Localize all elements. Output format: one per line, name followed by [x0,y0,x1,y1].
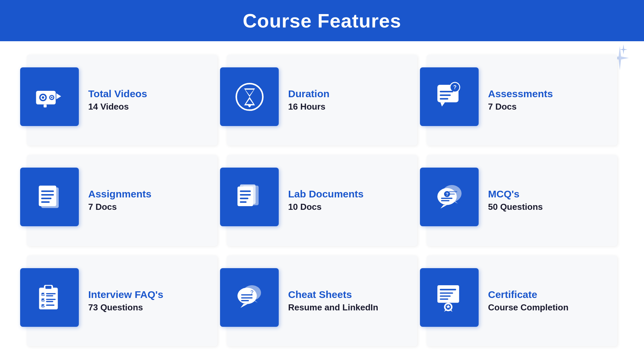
card-cheat-sheets-subtitle: Resume and LinkedIn [288,302,407,313]
card-cheat-sheets: ? Cheat Sheets Resume and LinkedIn [227,255,417,346]
card-assignments-title: Assignments [88,188,207,200]
svg-rect-38 [441,198,452,199]
card-certificate-text: Certificate Course Completion [488,289,607,313]
svg-marker-59 [240,304,248,308]
svg-rect-64 [440,296,450,297]
svg-rect-31 [240,201,247,203]
lab-icon-box [220,168,279,226]
svg-rect-15 [440,91,453,93]
svg-rect-44 [45,286,51,289]
card-certificate-subtitle: Course Completion [488,302,607,313]
svg-rect-50 [46,301,53,302]
card-assessments: ? Assessments 7 Docs [427,55,617,145]
svg-marker-18 [440,102,445,107]
page-wrapper: Course Features [0,0,644,356]
svg-rect-47 [46,295,53,297]
card-assessments-title: Assessments [488,88,607,100]
svg-text:?: ? [445,192,448,197]
card-assignments-subtitle: 7 Docs [88,202,207,212]
svg-rect-39 [441,200,449,201]
card-duration-title: Duration [288,88,407,100]
certificate-icon-box [420,268,479,327]
card-interview-faqs-subtitle: 73 Questions [88,302,207,313]
svg-rect-49 [46,299,56,300]
video-icon [35,82,65,112]
card-mcqs-text: MCQ's 50 Questions [488,188,607,212]
timer-icon [234,82,265,112]
card-interview-faqs-text: Interview FAQ's 73 Questions [88,289,207,313]
svg-rect-28 [240,190,251,192]
card-total-videos-text: Total Videos 14 Videos [88,88,207,112]
svg-rect-46 [46,293,56,295]
svg-point-54 [237,288,257,304]
card-duration: Duration 16 Hours [227,55,417,145]
timer-icon-box [220,67,279,126]
assessment-icon: ? [434,82,465,112]
assignment-icon [35,182,65,212]
card-assignments: Assignments 7 Docs [27,155,217,246]
card-assignments-text: Assignments 7 Docs [88,188,207,212]
card-total-videos-subtitle: 14 Videos [88,102,207,112]
card-certificate: Certificate Course Completion [427,255,617,346]
svg-rect-20 [39,186,56,206]
svg-rect-52 [46,305,54,306]
main-content: Total Videos 14 Videos [0,41,644,356]
card-lab-documents-text: Lab Documents 10 Docs [288,188,407,212]
card-mcqs: ? MCQ's 50 Questions [427,155,617,246]
svg-point-3 [42,96,44,99]
card-interview-faqs-title: Interview FAQ's [88,289,207,300]
card-interview-faqs: Interview FAQ's 73 Questions [27,255,217,346]
svg-rect-22 [41,194,54,196]
svg-rect-16 [440,94,450,96]
card-total-videos-title: Total Videos [88,88,207,100]
svg-marker-8 [56,93,61,99]
card-total-videos: Total Videos 14 Videos [27,55,217,145]
assessment-icon-box: ? [420,67,479,126]
clipboard-icon [35,282,65,312]
card-lab-documents-title: Lab Documents [288,188,407,200]
svg-rect-57 [241,297,252,299]
svg-rect-30 [240,198,248,199]
card-lab-documents: Lab Documents 10 Docs [227,155,417,246]
svg-rect-24 [41,201,49,203]
svg-point-6 [51,97,53,98]
svg-rect-27 [237,186,253,206]
svg-rect-61 [437,285,459,303]
svg-rect-65 [440,299,448,300]
cheatsheet-icon: ? [234,282,265,312]
svg-rect-23 [41,198,51,199]
card-duration-subtitle: 16 Hours [288,102,407,112]
card-duration-text: Duration 16 Hours [288,88,407,112]
cheatsheet-icon-box: ? [220,268,279,327]
features-grid: Total Videos 14 Videos [27,55,617,346]
card-mcqs-subtitle: 50 Questions [488,202,607,212]
card-assessments-subtitle: 7 Docs [488,102,607,112]
mcq-icon-box: ? [420,168,479,226]
svg-rect-17 [440,98,448,100]
card-mcqs-title: MCQ's [488,188,607,200]
clipboard-icon-box [20,268,79,327]
header: Course Features [0,0,644,41]
svg-text:?: ? [453,84,457,90]
svg-rect-36 [449,191,457,192]
svg-rect-63 [440,293,453,294]
svg-rect-37 [449,193,455,195]
svg-rect-7 [44,104,47,107]
svg-rect-58 [241,300,249,301]
card-lab-documents-subtitle: 10 Docs [288,202,407,212]
svg-marker-40 [440,205,447,208]
mcq-icon: ? [434,182,465,212]
svg-rect-62 [440,289,456,291]
svg-rect-11 [249,104,250,107]
card-certificate-title: Certificate [488,289,607,300]
assignment-icon-box [20,168,79,226]
svg-rect-29 [240,194,251,196]
video-icon-box [20,67,79,126]
svg-rect-56 [241,294,252,296]
svg-rect-21 [41,190,54,192]
page-title: Course Features [0,9,644,32]
lab-icon [234,182,265,212]
card-assessments-text: Assessments 7 Docs [488,88,607,112]
card-cheat-sheets-title: Cheat Sheets [288,289,407,300]
certificate-icon [434,282,465,312]
